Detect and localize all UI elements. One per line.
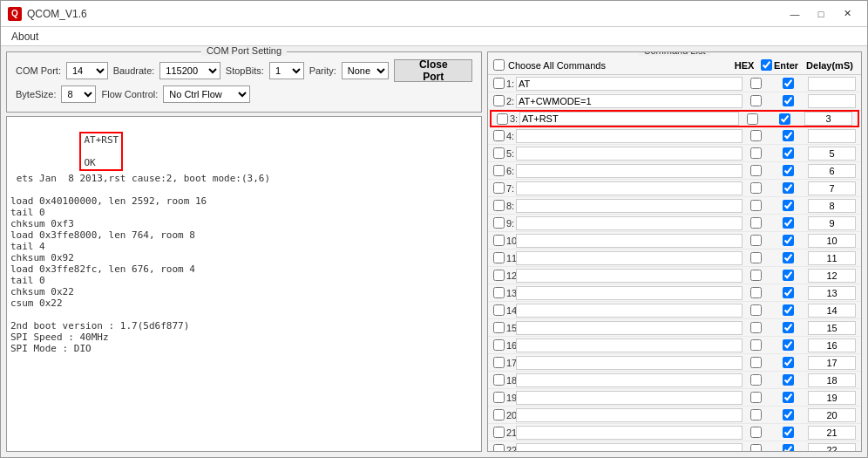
stopbits-select[interactable]: 1 bbox=[269, 62, 304, 79]
parity-select[interactable]: None bbox=[342, 62, 390, 79]
cmd-enter-19[interactable] bbox=[783, 392, 794, 403]
cmd-hex-10[interactable] bbox=[750, 235, 762, 246]
close-button[interactable]: ✕ bbox=[834, 4, 860, 24]
cmd-input-9[interactable] bbox=[516, 216, 743, 230]
cmd-check-8[interactable] bbox=[493, 200, 505, 211]
cmd-input-3[interactable] bbox=[519, 112, 739, 126]
cmd-enter-10[interactable] bbox=[783, 235, 794, 246]
cmd-check-4[interactable] bbox=[493, 130, 505, 141]
cmd-check-18[interactable] bbox=[493, 374, 505, 386]
cmd-input-11[interactable] bbox=[516, 251, 743, 265]
cmd-delay-4[interactable] bbox=[808, 129, 856, 143]
terminal-scroll[interactable]: AT+RST OK ets Jan 8 2013,rst cause:2, bo… bbox=[7, 117, 481, 451]
cmd-enter-14[interactable] bbox=[783, 304, 794, 316]
cmd-enter-11[interactable] bbox=[783, 252, 794, 263]
cmd-input-19[interactable] bbox=[516, 391, 743, 405]
cmd-check-13[interactable] bbox=[493, 287, 505, 298]
choose-all-checkbox[interactable] bbox=[493, 59, 505, 71]
cmd-enter-18[interactable] bbox=[783, 374, 794, 386]
cmd-check-3[interactable] bbox=[497, 113, 508, 125]
cmd-input-2[interactable] bbox=[516, 94, 743, 108]
cmd-delay-12[interactable] bbox=[808, 269, 856, 283]
cmd-check-15[interactable] bbox=[493, 322, 505, 333]
cmd-input-4[interactable] bbox=[516, 129, 743, 143]
cmd-input-18[interactable] bbox=[516, 373, 743, 387]
cmd-check-22[interactable] bbox=[493, 444, 505, 451]
cmd-delay-1[interactable] bbox=[808, 77, 856, 91]
cmd-delay-9[interactable] bbox=[808, 216, 856, 230]
cmd-check-6[interactable] bbox=[493, 165, 505, 176]
cmd-hex-8[interactable] bbox=[750, 200, 762, 211]
cmd-hex-4[interactable] bbox=[750, 130, 762, 141]
cmd-enter-6[interactable] bbox=[783, 165, 794, 176]
cmd-delay-15[interactable] bbox=[808, 321, 856, 335]
cmd-check-16[interactable] bbox=[493, 339, 505, 351]
cmd-hex-7[interactable] bbox=[750, 182, 762, 194]
cmd-hex-16[interactable] bbox=[750, 339, 762, 351]
cmd-check-11[interactable] bbox=[493, 252, 505, 263]
cmd-hex-20[interactable] bbox=[750, 409, 762, 420]
cmd-check-12[interactable] bbox=[493, 270, 505, 281]
baudrate-select[interactable]: 115200 bbox=[159, 62, 220, 79]
cmd-input-22[interactable] bbox=[516, 443, 743, 452]
cmd-enter-4[interactable] bbox=[783, 130, 794, 141]
cmd-input-15[interactable] bbox=[516, 321, 743, 335]
cmd-check-19[interactable] bbox=[493, 392, 505, 403]
cmd-delay-8[interactable] bbox=[808, 199, 856, 213]
cmd-hex-18[interactable] bbox=[750, 374, 762, 386]
cmd-enter-5[interactable] bbox=[783, 147, 794, 159]
cmd-input-7[interactable] bbox=[516, 181, 743, 195]
cmd-enter-22[interactable] bbox=[783, 444, 794, 451]
maximize-button[interactable]: □ bbox=[808, 4, 834, 24]
cmd-delay-11[interactable] bbox=[808, 251, 856, 265]
cmd-delay-7[interactable] bbox=[808, 181, 856, 195]
cmd-check-2[interactable] bbox=[493, 95, 505, 106]
cmd-hex-12[interactable] bbox=[750, 270, 762, 281]
cmd-hex-22[interactable] bbox=[750, 444, 762, 451]
cmd-hex-1[interactable] bbox=[750, 78, 762, 89]
cmd-input-17[interactable] bbox=[516, 356, 743, 370]
cmd-hex-3[interactable] bbox=[747, 113, 758, 125]
cmd-check-10[interactable] bbox=[493, 235, 505, 246]
cmd-enter-15[interactable] bbox=[783, 322, 794, 333]
cmd-delay-20[interactable] bbox=[808, 408, 856, 422]
cmd-list-scroll[interactable]: 1: 2: bbox=[488, 75, 861, 451]
cmd-check-5[interactable] bbox=[493, 147, 505, 159]
cmd-hex-14[interactable] bbox=[750, 304, 762, 316]
cmd-enter-16[interactable] bbox=[783, 339, 794, 351]
cmd-delay-10[interactable] bbox=[808, 234, 856, 248]
cmd-delay-22[interactable] bbox=[808, 443, 856, 452]
cmd-hex-11[interactable] bbox=[750, 252, 762, 263]
cmd-delay-16[interactable] bbox=[808, 338, 856, 352]
cmd-enter-21[interactable] bbox=[783, 427, 794, 438]
cmd-check-21[interactable] bbox=[493, 427, 505, 438]
bytesize-select[interactable]: 8 bbox=[61, 85, 96, 103]
about-menu[interactable]: About bbox=[4, 29, 45, 44]
cmd-hex-21[interactable] bbox=[750, 427, 762, 438]
cmd-enter-9[interactable] bbox=[783, 217, 794, 229]
cmd-enter-7[interactable] bbox=[783, 182, 794, 194]
cmd-delay-18[interactable] bbox=[808, 373, 856, 387]
cmd-check-9[interactable] bbox=[493, 217, 505, 229]
cmd-hex-9[interactable] bbox=[750, 217, 762, 229]
cmd-hex-17[interactable] bbox=[750, 357, 762, 368]
cmd-delay-14[interactable] bbox=[808, 304, 856, 318]
cmd-check-7[interactable] bbox=[493, 182, 505, 194]
cmd-input-12[interactable] bbox=[516, 269, 743, 283]
cmd-enter-12[interactable] bbox=[783, 270, 794, 281]
com-port-select[interactable]: 14 bbox=[66, 62, 108, 79]
cmd-input-20[interactable] bbox=[516, 408, 743, 422]
cmd-input-10[interactable] bbox=[516, 234, 743, 248]
cmd-hex-2[interactable] bbox=[750, 95, 762, 106]
cmd-enter-8[interactable] bbox=[783, 200, 794, 211]
cmd-check-20[interactable] bbox=[493, 409, 505, 420]
cmd-hex-5[interactable] bbox=[750, 147, 762, 159]
cmd-delay-5[interactable] bbox=[808, 147, 856, 161]
cmd-check-17[interactable] bbox=[493, 357, 505, 368]
cmd-enter-1[interactable] bbox=[783, 78, 794, 89]
cmd-input-16[interactable] bbox=[516, 338, 743, 352]
cmd-hex-6[interactable] bbox=[750, 165, 762, 176]
cmd-delay-13[interactable] bbox=[808, 286, 856, 300]
cmd-input-1[interactable] bbox=[516, 77, 743, 91]
cmd-check-14[interactable] bbox=[493, 304, 505, 316]
